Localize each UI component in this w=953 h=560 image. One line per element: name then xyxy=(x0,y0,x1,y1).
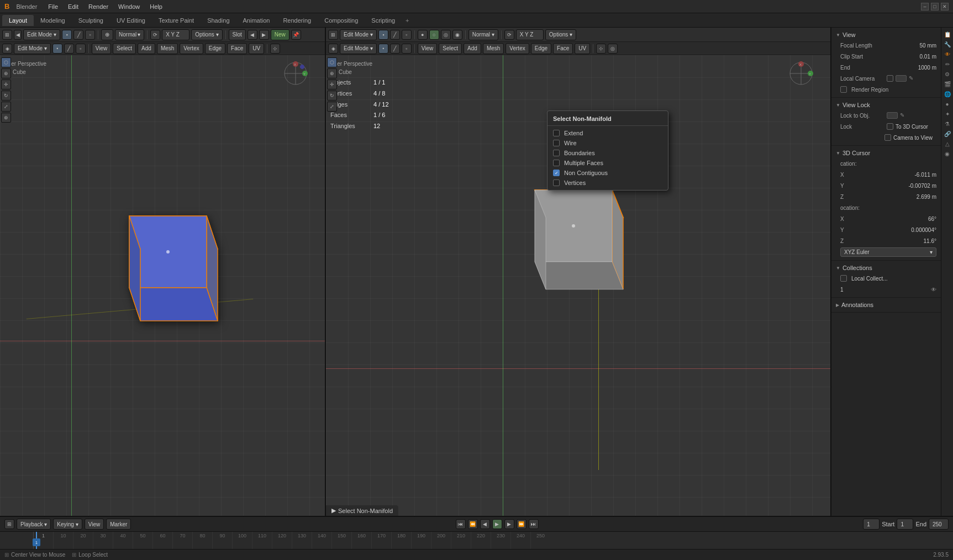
face-menu-right[interactable]: Face xyxy=(553,43,573,54)
cm-item-vertices[interactable]: Vertices xyxy=(547,178,668,188)
cm-checkbox-vertices[interactable] xyxy=(553,179,560,186)
gizmo-icon[interactable]: ⟳ xyxy=(150,30,160,40)
marker-btn[interactable]: Marker xyxy=(106,519,131,530)
cm-checkbox-non-contiguous[interactable] xyxy=(553,170,560,176)
edge-menu-left[interactable]: Edge xyxy=(205,43,225,54)
nav-gizmo-left[interactable]: X Y xyxy=(282,60,309,87)
timeline-icon[interactable]: ⊞ xyxy=(4,519,14,529)
left-canvas[interactable]: User Perspective (1) Cube xyxy=(0,55,325,516)
strip-icon-particles[interactable]: ✦ xyxy=(943,109,952,118)
collect-eye-icon[interactable]: 👁 xyxy=(931,287,936,293)
render-region-check[interactable] xyxy=(840,86,847,93)
rotate-tool[interactable]: ↻ xyxy=(1,91,11,101)
local-camera-swatch[interactable] xyxy=(896,75,907,82)
strip-icon-scene[interactable]: 🎬 xyxy=(943,80,952,88)
rotate-tool-r[interactable]: ↻ xyxy=(327,91,337,101)
view-btn[interactable]: ◀ xyxy=(14,30,22,40)
cursor-tool[interactable]: ⊕ xyxy=(1,68,11,78)
options-btn-right[interactable]: Options ▾ xyxy=(545,29,576,40)
cursor-section-header[interactable]: ▼ 3D Cursor xyxy=(831,148,941,158)
tab-uv-editing[interactable]: UV Editing xyxy=(110,15,152,26)
cm-item-extend[interactable]: Extend xyxy=(547,128,668,138)
tab-layout[interactable]: Layout xyxy=(2,15,34,26)
right-canvas[interactable]: User Perspective (1) Cube Objects 1 / 1 … xyxy=(326,55,830,516)
playhead-marker[interactable]: 1 xyxy=(33,538,40,546)
next-frame-btn[interactable]: ⏩ xyxy=(517,519,526,529)
overlay-btn-left[interactable]: ⊕ xyxy=(101,29,113,40)
shading-solid[interactable]: ○ xyxy=(429,30,439,40)
proportional-icon[interactable]: ◎ xyxy=(608,44,618,54)
start-frame-input[interactable]: 1 xyxy=(897,519,913,530)
menu-window[interactable]: Window xyxy=(114,2,144,11)
snap-icon-r[interactable]: ⊹ xyxy=(596,44,606,54)
cm-checkbox-extend[interactable] xyxy=(553,130,560,136)
mesh-select-face[interactable]: ▫ xyxy=(85,30,95,40)
lock-obj-edit[interactable]: ✎ xyxy=(900,112,904,119)
uv-menu-left[interactable]: UV xyxy=(249,43,264,54)
cm-item-non-contiguous[interactable]: Non Contiguous xyxy=(547,168,668,178)
strip-icon-data[interactable]: △ xyxy=(943,139,952,148)
local-camera-check[interactable] xyxy=(887,75,893,82)
vert-icon-r[interactable]: • xyxy=(378,44,388,54)
face-icon[interactable]: ▫ xyxy=(76,44,86,54)
add-menu-left[interactable]: Add xyxy=(138,43,155,54)
face-r[interactable]: ▫ xyxy=(402,30,412,40)
edge-icon-r[interactable]: ╱ xyxy=(390,44,400,54)
cursor-tool-r[interactable]: ⊕ xyxy=(327,68,337,78)
keying-btn[interactable]: Keying ▾ xyxy=(53,519,82,530)
tab-compositing[interactable]: Compositing xyxy=(318,15,365,26)
move-tool[interactable]: ✛ xyxy=(1,80,11,89)
viewlock-section-header[interactable]: ▼ View Lock xyxy=(831,100,941,110)
jump-start-btn[interactable]: ⏮ xyxy=(456,519,466,529)
scale-tool-r[interactable]: ⤢ xyxy=(327,102,337,112)
nav-gizmo-right[interactable]: X Y xyxy=(787,60,815,87)
tab-rendering[interactable]: Rendering xyxy=(276,15,318,26)
menu-render[interactable]: Render xyxy=(84,2,113,11)
playback-btn[interactable]: Playback ▾ xyxy=(17,519,51,530)
select-menu-left[interactable]: Select xyxy=(113,43,136,54)
strip-icon-item[interactable]: 📋 xyxy=(943,30,952,39)
mesh-select-vert[interactable]: ▪ xyxy=(62,30,72,40)
edge-r[interactable]: ╱ xyxy=(390,30,400,40)
select-tool-r[interactable]: ⬡ xyxy=(327,57,337,67)
view-section-header[interactable]: ▼ View xyxy=(831,30,941,40)
strip-icon-misc[interactable]: ⚙ xyxy=(943,70,952,78)
play-btn[interactable]: ▶ xyxy=(492,519,502,529)
view-btn-tl[interactable]: View xyxy=(85,519,104,530)
tab-scripting[interactable]: Scripting xyxy=(365,15,402,26)
vert-icon[interactable]: • xyxy=(52,44,62,54)
mesh-menu-left[interactable]: Mesh xyxy=(157,43,178,54)
add-workspace-button[interactable]: + xyxy=(402,15,413,26)
edit-mode-icon-r[interactable]: ◈ xyxy=(328,44,338,54)
cm-checkbox-wire[interactable] xyxy=(553,140,560,146)
menu-file[interactable]: File xyxy=(44,2,62,11)
maximize-button[interactable]: □ xyxy=(931,3,939,10)
pin-icon[interactable]: 📌 xyxy=(291,30,301,40)
scale-tool[interactable]: ⤢ xyxy=(1,102,11,112)
prev-keyframe-btn[interactable]: ◀ xyxy=(480,519,490,529)
xyz-btn-right[interactable]: X Y Z xyxy=(516,29,544,40)
slot-next[interactable]: ▶ xyxy=(259,30,269,40)
local-collect-check[interactable] xyxy=(840,275,847,282)
shading-icon[interactable]: ● xyxy=(418,30,428,40)
strip-icon-material[interactable]: ◉ xyxy=(943,149,952,158)
options-btn-left[interactable]: Options ▾ xyxy=(191,29,222,40)
lock-3d-cursor-check[interactable] xyxy=(887,123,893,130)
normal-right[interactable]: Normal ▾ xyxy=(468,29,498,40)
cm-checkbox-multiple-faces[interactable] xyxy=(553,160,560,166)
cm-item-wire[interactable]: Wire xyxy=(547,138,668,148)
tab-shading[interactable]: Shading xyxy=(201,15,236,26)
strip-icon-edit[interactable]: ✏ xyxy=(943,60,952,68)
menu-help[interactable]: Help xyxy=(145,2,167,11)
mesh-menu-right[interactable]: Mesh xyxy=(483,43,504,54)
xyz-euler-dropdown[interactable]: XYZ Euler ▾ xyxy=(840,247,936,257)
current-frame-input[interactable]: 1 xyxy=(863,519,880,530)
tab-animation[interactable]: Animation xyxy=(236,15,277,26)
mode-dropdown-left2[interactable]: Edit Mode ▾ xyxy=(14,43,51,54)
viewport-icon[interactable]: ⊞ xyxy=(2,30,12,40)
strip-icon-constraints[interactable]: 🔗 xyxy=(943,129,952,138)
tab-modeling[interactable]: Modeling xyxy=(34,15,72,26)
edge-menu-right[interactable]: Edge xyxy=(531,43,551,54)
close-button[interactable]: ✕ xyxy=(941,3,949,10)
cm-item-boundaries[interactable]: Boundaries xyxy=(547,148,668,158)
